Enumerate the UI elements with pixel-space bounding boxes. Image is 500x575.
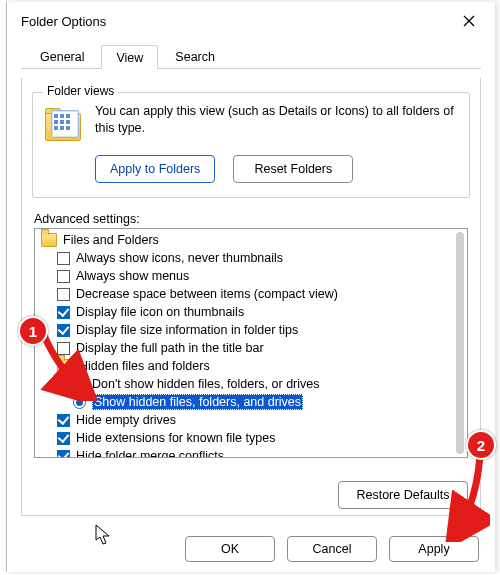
advanced-settings-list[interactable]: Files and Folders Always show icons, nev…	[34, 228, 468, 458]
window-title: Folder Options	[21, 14, 453, 29]
tree-label: Files and Folders	[63, 233, 159, 247]
scrollbar[interactable]	[456, 232, 464, 454]
option-always-show-menus[interactable]: Always show menus	[35, 267, 453, 285]
folder-icon	[57, 359, 73, 373]
folder-views-description: You can apply this view (such as Details…	[95, 103, 459, 137]
option-file-icon-on-thumbnails[interactable]: Display file icon on thumbnails	[35, 303, 453, 321]
checkbox-icon[interactable]	[57, 432, 70, 445]
advanced-settings-label: Advanced settings:	[34, 212, 468, 226]
close-button[interactable]	[453, 7, 485, 35]
checkbox-icon[interactable]	[57, 450, 70, 458]
tab-general[interactable]: General	[25, 44, 99, 68]
option-label: Hide empty drives	[76, 413, 176, 427]
checkbox-icon[interactable]	[57, 306, 70, 319]
option-label: Hide folder merge conflicts	[76, 449, 224, 457]
radio-icon[interactable]	[73, 378, 86, 391]
tabstrip: General View Search	[7, 40, 495, 68]
restore-defaults-button[interactable]: Restore Defaults	[338, 481, 468, 509]
tab-search[interactable]: Search	[160, 44, 230, 68]
ok-button[interactable]: OK	[185, 536, 275, 562]
folder-views-icon	[43, 107, 83, 145]
option-label: Display the full path in the title bar	[76, 341, 264, 355]
option-folder-tips[interactable]: Display file size information in folder …	[35, 321, 453, 339]
folder-options-window: Folder Options General View Search Folde…	[6, 2, 495, 572]
option-show-hidden[interactable]: Show hidden files, folders, and drives	[35, 393, 453, 411]
reset-folders-button[interactable]: Reset Folders	[233, 155, 353, 183]
tab-view[interactable]: View	[101, 45, 158, 69]
option-always-show-icons[interactable]: Always show icons, never thumbnails	[35, 249, 453, 267]
option-label: Display file size information in folder …	[76, 323, 298, 337]
option-compact-view[interactable]: Decrease space between items (compact vi…	[35, 285, 453, 303]
option-label: Display file icon on thumbnails	[76, 305, 244, 319]
cancel-button[interactable]: Cancel	[287, 536, 377, 562]
option-hide-extensions[interactable]: Hide extensions for known file types	[35, 429, 453, 447]
close-icon	[463, 15, 475, 27]
tab-panel-view: Folder views You can apply this view (su…	[21, 78, 481, 516]
option-label: Show hidden files, folders, and drives	[92, 394, 303, 410]
apply-to-folders-button[interactable]: Apply to Folders	[95, 155, 215, 183]
option-hide-merge-conflicts[interactable]: Hide folder merge conflicts	[35, 447, 453, 457]
option-label: Always show menus	[76, 269, 189, 283]
checkbox-icon[interactable]	[57, 288, 70, 301]
tree-label: Hidden files and folders	[79, 359, 210, 373]
titlebar: Folder Options	[7, 2, 495, 40]
folder-icon	[41, 233, 57, 247]
folder-views-group: Folder views You can apply this view (su…	[32, 92, 470, 198]
option-dont-show-hidden[interactable]: Don't show hidden files, folders, or dri…	[35, 375, 453, 393]
apply-button[interactable]: Apply	[389, 536, 479, 562]
option-hide-empty-drives[interactable]: Hide empty drives	[35, 411, 453, 429]
option-label: Hide extensions for known file types	[76, 431, 275, 445]
radio-icon[interactable]	[73, 396, 86, 409]
checkbox-icon[interactable]	[57, 270, 70, 283]
option-full-path-titlebar[interactable]: Display the full path in the title bar	[35, 339, 453, 357]
checkbox-icon[interactable]	[57, 342, 70, 355]
checkbox-icon[interactable]	[57, 324, 70, 337]
checkbox-icon[interactable]	[57, 252, 70, 265]
folder-views-legend: Folder views	[43, 84, 118, 98]
option-label: Don't show hidden files, folders, or dri…	[92, 377, 320, 391]
option-label: Decrease space between items (compact vi…	[76, 287, 338, 301]
option-label: Always show icons, never thumbnails	[76, 251, 283, 265]
checkbox-icon[interactable]	[57, 414, 70, 427]
dialog-button-row: OK Cancel Apply	[185, 536, 479, 562]
tree-root-files-and-folders[interactable]: Files and Folders	[35, 231, 453, 249]
tree-group-hidden-files[interactable]: Hidden files and folders	[35, 357, 453, 375]
